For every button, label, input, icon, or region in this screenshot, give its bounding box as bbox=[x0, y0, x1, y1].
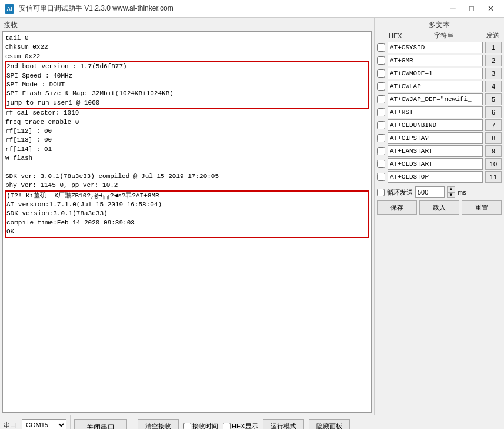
recv-time-label: 接收时间 bbox=[183, 422, 218, 430]
at-row-checkbox[interactable] bbox=[377, 160, 385, 168]
reset-button[interactable]: 重置 bbox=[462, 200, 502, 214]
at-input[interactable] bbox=[388, 68, 483, 79]
save-button[interactable]: 保存 bbox=[377, 200, 417, 214]
action-buttons: 保存 载入 重置 bbox=[377, 200, 502, 214]
at-row: 3 bbox=[377, 68, 502, 79]
send-num-button[interactable]: 10 bbox=[485, 158, 502, 170]
maximize-button[interactable]: □ bbox=[463, 1, 480, 17]
bottom-panel: 串口 COM15 波特率 115200 ← 数据位 8 检验位 None bbox=[0, 415, 504, 429]
at-row: 4 bbox=[377, 81, 502, 92]
ms-label: ms bbox=[458, 189, 466, 196]
at-row-checkbox[interactable] bbox=[377, 95, 385, 103]
send-num-button[interactable]: 2 bbox=[485, 55, 502, 66]
open-port-button[interactable]: 关闭串口 bbox=[74, 419, 127, 429]
left-panel: 接收 tail 0 chksum 0x22 csum 0x22 2nd boot… bbox=[0, 18, 375, 415]
send-num-button[interactable]: 9 bbox=[485, 145, 502, 157]
at-input[interactable] bbox=[388, 93, 483, 105]
at-row-checkbox[interactable] bbox=[377, 173, 385, 181]
at-row-checkbox[interactable] bbox=[377, 56, 385, 65]
at-row: 1 bbox=[377, 42, 502, 53]
at-row: 8 bbox=[377, 132, 502, 144]
at-input[interactable] bbox=[388, 106, 483, 118]
hex-display-label: HEX显示 bbox=[223, 422, 258, 430]
at-input[interactable] bbox=[388, 132, 483, 144]
send-num-button[interactable]: 6 bbox=[485, 106, 502, 118]
load-button[interactable]: 载入 bbox=[419, 200, 459, 214]
run-mode-button[interactable]: 运行模式 bbox=[263, 419, 304, 429]
at-input[interactable] bbox=[388, 81, 483, 92]
main-container: 接收 tail 0 chksum 0x22 csum 0x22 2nd boot… bbox=[0, 18, 504, 415]
at-row-checkbox[interactable] bbox=[377, 43, 385, 52]
at-row-checkbox[interactable] bbox=[377, 134, 385, 142]
at-row-checkbox[interactable] bbox=[377, 147, 385, 155]
at-row: 7 bbox=[377, 119, 502, 131]
hex-col-label: HEX bbox=[389, 32, 403, 39]
port-select[interactable]: COM15 bbox=[22, 419, 66, 429]
at-input[interactable] bbox=[388, 171, 483, 183]
send-section: 清空接收 接收时间 HEX显示 运行模式 隐藏面板 自动换行 下载模式 显示历史 bbox=[135, 415, 504, 429]
at-rows-container: 1234567891011 bbox=[377, 42, 502, 184]
loop-interval-input[interactable] bbox=[415, 186, 445, 198]
at-input[interactable] bbox=[388, 158, 483, 170]
title-text: 安信可串口调试助手 V1.2.3.0 www.ai-thinker.com bbox=[19, 4, 173, 14]
minimize-button[interactable]: ─ bbox=[444, 1, 462, 17]
receive-text-part2: rf cal sector: 1019 freq trace enable 0 … bbox=[5, 109, 219, 189]
hex-display-checkbox[interactable] bbox=[223, 423, 231, 430]
send-num-button[interactable]: 8 bbox=[485, 132, 502, 144]
at-row: 9 bbox=[377, 145, 502, 157]
at-row: 11 bbox=[377, 171, 502, 183]
send-num-button[interactable]: 3 bbox=[485, 68, 502, 79]
at-row: 5 bbox=[377, 93, 502, 105]
options-row-1: 清空接收 接收时间 HEX显示 运行模式 隐藏面板 bbox=[138, 419, 502, 429]
at-row: 2 bbox=[377, 55, 502, 66]
recv-time-checkbox[interactable] bbox=[183, 423, 191, 430]
send-num-button[interactable]: 7 bbox=[485, 119, 502, 131]
at-input[interactable] bbox=[388, 119, 483, 131]
spin-down-button[interactable]: ▼ bbox=[447, 192, 455, 198]
str-col-label: 字符串 bbox=[405, 31, 482, 40]
at-row: 10 bbox=[377, 158, 502, 170]
receive-highlight-2-text: )I?!-Ki薑矶 K厂鼬ZB10?,@⊣╔╗?◄s?罪?AT+GMR AT v… bbox=[6, 192, 162, 236]
loop-send-row: 循环发送 ▲ ▼ ms bbox=[377, 186, 502, 198]
receive-highlight-2: )I?!-Ki薑矶 K厂鼬ZB10?,@⊣╔╗?◄s?罪?AT+GMR AT v… bbox=[5, 190, 369, 238]
title-bar: AI 安信可串口调试助手 V1.2.3.0 www.ai-thinker.com… bbox=[0, 0, 504, 18]
send-num-button[interactable]: 4 bbox=[485, 81, 502, 92]
receive-highlight-1-text: 2nd boot version : 1.7(5d6f877) SPI Spee… bbox=[6, 63, 173, 106]
at-input[interactable] bbox=[388, 42, 483, 53]
send-col-label: 发送 bbox=[484, 31, 502, 40]
multitext-header: HEX 字符串 发送 bbox=[377, 31, 502, 40]
loop-send-label: 循环发送 bbox=[387, 188, 413, 197]
app-icon: AI bbox=[5, 4, 14, 14]
serial-config: 串口 COM15 波特率 115200 ← 数据位 8 检验位 None bbox=[0, 415, 71, 429]
receive-text-part1: tail 0 chksum 0x22 csum 0x22 bbox=[5, 35, 48, 60]
receive-area[interactable]: tail 0 chksum 0x22 csum 0x22 2nd boot ve… bbox=[2, 31, 372, 413]
multitext-label: 多文本 bbox=[377, 20, 502, 30]
loop-send-checkbox[interactable] bbox=[377, 189, 385, 196]
send-num-button[interactable]: 5 bbox=[485, 93, 502, 105]
right-panel: 多文本 HEX 字符串 发送 1234567891011 循环发送 ▲ ▼ ms… bbox=[375, 18, 504, 415]
port-row: 串口 COM15 bbox=[4, 419, 66, 429]
send-num-button[interactable]: 11 bbox=[485, 171, 502, 183]
receive-highlight-1: 2nd boot version : 1.7(5d6f877) SPI Spee… bbox=[5, 61, 369, 109]
clear-receive-button[interactable]: 清空接收 bbox=[138, 419, 179, 429]
at-row-checkbox[interactable] bbox=[377, 69, 385, 78]
at-row-checkbox[interactable] bbox=[377, 82, 385, 91]
send-num-button[interactable]: 1 bbox=[485, 42, 502, 53]
receive-label: 接收 bbox=[2, 20, 372, 30]
port-label: 串口 bbox=[4, 421, 20, 430]
serial-control: 关闭串口 保存接收 bbox=[71, 415, 135, 429]
title-left: AI 安信可串口调试助手 V1.2.3.0 www.ai-thinker.com bbox=[5, 4, 173, 14]
hide-panel-button[interactable]: 隐藏面板 bbox=[309, 419, 350, 429]
at-row-checkbox[interactable] bbox=[377, 108, 385, 116]
interval-spinner: ▲ ▼ bbox=[447, 186, 455, 198]
title-controls: ─ □ ✕ bbox=[444, 1, 499, 17]
spin-up-button[interactable]: ▲ bbox=[447, 186, 455, 192]
at-row-checkbox[interactable] bbox=[377, 121, 385, 129]
at-row: 6 bbox=[377, 106, 502, 118]
at-input[interactable] bbox=[388, 55, 483, 66]
at-input[interactable] bbox=[388, 145, 483, 157]
close-button[interactable]: ✕ bbox=[482, 1, 499, 17]
